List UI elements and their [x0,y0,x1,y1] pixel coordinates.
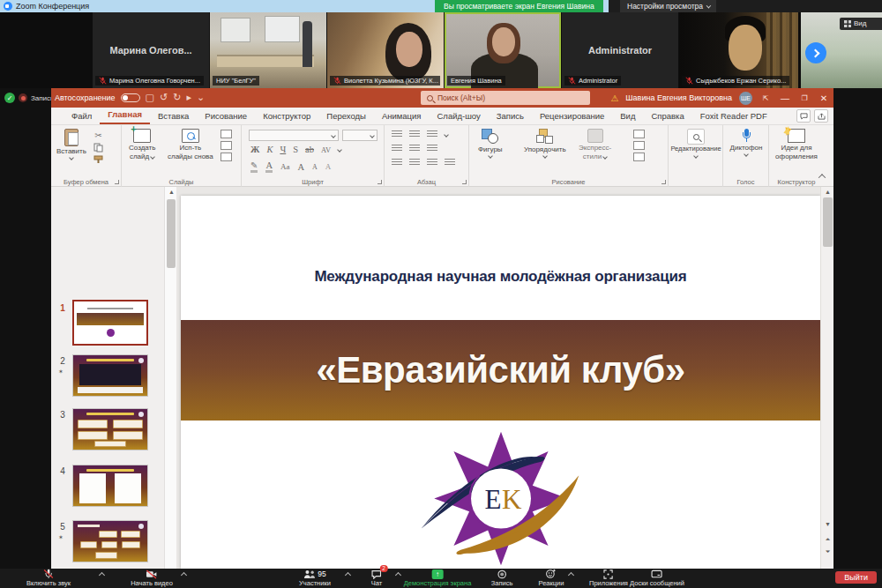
clear-formatting-button[interactable]: А [325,162,332,171]
new-slide-button[interactable]: Создать слайд [129,129,155,160]
grow-font-button[interactable]: А [297,162,304,172]
section-icon[interactable] [220,153,232,161]
arrange-button[interactable]: Упорядочить [524,129,566,158]
dialog-launcher-icon[interactable] [462,180,467,184]
slide-scrollbar[interactable]: ▲ ▼ ⏶ ⏷ [820,187,833,569]
record-button[interactable]: Запись [491,569,513,587]
chat-chevron[interactable] [396,573,401,578]
participant-tile-violetta[interactable]: Виолетта Кузьмина (ЮЗГУ, К... [327,12,444,88]
minimize-button[interactable]: — [779,93,791,103]
columns-icon[interactable] [427,145,437,153]
increase-indent-icon[interactable] [409,145,420,153]
share-button[interactable] [814,109,828,123]
reactions-chevron[interactable] [569,573,574,578]
tab-design[interactable]: Конструктор [255,108,318,124]
scroll-up-icon[interactable]: ▲ [165,187,176,197]
participants-button[interactable]: 95 Участники [299,569,331,587]
participant-tile-erzhan[interactable]: Сыдыкбеков Ержан Серико... [679,12,798,88]
font-size-select[interactable] [342,130,377,141]
tab-record[interactable]: Запись [489,108,532,124]
tab-view[interactable]: Вид [612,108,643,124]
tab-slideshow[interactable]: Слайд-шоу [430,108,489,124]
scrollbar-thumb[interactable] [167,199,176,268]
next-participants-button[interactable] [805,42,826,63]
tab-home[interactable]: Главная [100,107,150,124]
scroll-down-icon[interactable]: ▼ [821,519,834,530]
current-slide[interactable]: Международная научная молодёжная организ… [181,196,820,569]
warning-icon[interactable]: ⚠ [610,93,618,103]
scrollbar-thumb[interactable] [823,197,833,247]
save-icon[interactable]: ▢ [146,88,154,108]
collapse-ribbon-button[interactable] [819,174,826,181]
change-case-button[interactable]: Aa [280,162,290,171]
tab-insert[interactable]: Вставка [150,108,197,124]
numbering-icon[interactable] [409,130,420,138]
share-screen-button[interactable]: ↑ Демонстрация экрана [404,569,472,587]
shape-outline-icon[interactable] [633,141,645,150]
unmute-button[interactable]: Включить звук [26,569,71,587]
shape-effects-icon[interactable] [633,153,645,161]
align-right-icon[interactable] [427,159,437,167]
start-slideshow-icon[interactable]: ▸ [186,88,191,108]
security-shield-icon[interactable]: ✓ [4,93,15,103]
dialog-launcher-icon[interactable] [377,180,382,184]
restore-button[interactable]: ❐ [798,94,811,102]
ribbon-display-options-icon[interactable]: ⇱ [759,94,772,102]
bullets-icon[interactable] [392,130,402,138]
cut-icon[interactable]: ✂ [94,130,101,140]
slide-thumbnail-3[interactable] [72,408,148,450]
start-video-button[interactable]: Начать видео [131,569,173,587]
align-center-icon[interactable] [409,159,420,167]
italic-button[interactable]: K [266,145,273,154]
paste-button[interactable]: Вставить [56,129,86,160]
participant-tile-belgu[interactable]: НИУ "БелГУ" [210,12,326,88]
view-options-button[interactable]: Настройки просмотра [620,0,716,12]
font-color-button[interactable]: А [265,160,273,173]
participant-tile-evgenia[interactable]: Евгения Шавина [445,12,561,88]
shapes-button[interactable]: Фигуры [478,129,503,158]
slide-thumbnail-4[interactable] [72,465,148,507]
video-options-chevron[interactable] [182,573,187,578]
text-shadow-button[interactable]: S [293,145,298,154]
reactions-button[interactable]: Реакции [539,569,564,587]
font-name-select[interactable] [249,130,339,141]
line-spacing-icon[interactable] [427,130,437,138]
bold-button[interactable]: Ж [250,145,259,154]
slide-thumbnail-2[interactable] [72,354,148,397]
decrease-indent-icon[interactable] [392,145,402,153]
tab-help[interactable]: Справка [643,108,691,124]
participants-chevron[interactable] [346,573,351,578]
undo-icon[interactable]: ↺ [160,88,168,108]
format-painter-icon[interactable] [93,155,103,164]
participant-tile-administrator[interactable]: Administrator Administrator [562,12,678,88]
tab-foxit[interactable]: Foxit Reader PDF [692,108,775,124]
justify-icon[interactable] [445,159,455,167]
design-ideas-button[interactable]: Идеи для оформления [773,129,820,160]
next-slide-icon[interactable]: ⏷ [821,547,834,557]
editing-button[interactable]: Редактирование [672,129,720,158]
slide-thumbnail-5[interactable] [72,520,148,562]
copy-icon[interactable] [93,143,103,153]
dialog-launcher-icon[interactable] [662,180,666,184]
slide-thumbnail-1[interactable] [72,300,148,346]
audio-options-chevron[interactable] [100,573,105,578]
whiteboards-button[interactable]: Доски сообщений [630,569,684,587]
participant-tile-marina[interactable]: Марина Олегов... Марина Олеговна Говорче… [93,12,209,88]
reuse-slides-button[interactable]: Исп-ть слайды снова [168,129,213,160]
chat-button[interactable]: 2 Чат [371,569,382,587]
quick-styles-button[interactable]: Экспресс- стили [579,129,611,160]
shrink-font-button[interactable]: А [312,163,318,171]
reset-slide-icon[interactable] [220,141,232,150]
close-button[interactable]: ✕ [818,93,830,103]
align-left-icon[interactable] [392,159,402,167]
tab-draw[interactable]: Рисование [197,108,255,124]
tab-animations[interactable]: Анимация [374,108,430,124]
tab-review[interactable]: Рецензирование [532,108,612,124]
apps-button[interactable]: Приложения [589,569,628,587]
dictate-button[interactable]: Диктофон [729,129,764,156]
tab-file[interactable]: Файл [64,108,100,124]
highlight-color-button[interactable]: ✎ [250,160,258,173]
character-spacing-button[interactable]: AV [321,145,331,154]
redo-icon[interactable]: ↻ [173,88,181,108]
strikethrough-button[interactable]: ab [305,145,314,154]
